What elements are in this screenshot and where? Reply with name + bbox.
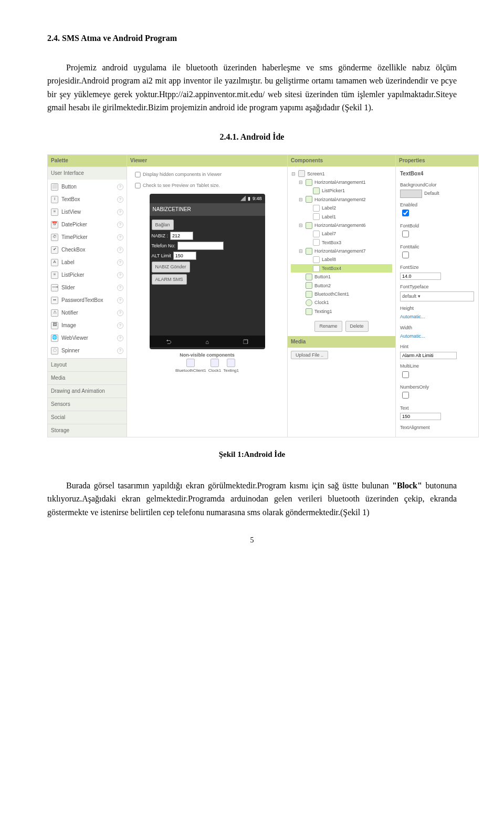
palette-item[interactable]: 📅DatePicker?: [48, 218, 127, 231]
hint-input[interactable]: [400, 352, 457, 359]
components-panel: Components ⊟Screen1⊟HorizontalArrangemen…: [288, 155, 396, 437]
telefon-input[interactable]: [177, 242, 224, 250]
palette-section-ui[interactable]: User Interface: [48, 166, 127, 180]
tree-node-label: Label2: [322, 204, 336, 212]
nonvisible-item[interactable]: Texting1: [223, 359, 239, 374]
help-icon[interactable]: ?: [117, 322, 123, 329]
palette-section[interactable]: Social: [48, 411, 127, 424]
palette-item[interactable]: ⬜Button?: [48, 181, 127, 193]
tree-node[interactable]: Texting1: [291, 307, 392, 316]
nonvisible-item[interactable]: Clock1: [208, 359, 221, 374]
palette-item[interactable]: ≡ListPicker?: [48, 269, 127, 281]
sub-heading: 2.4.1. Android İde: [47, 130, 457, 144]
tree-node[interactable]: Label8: [291, 255, 392, 264]
help-icon[interactable]: ?: [117, 222, 123, 228]
palette-section[interactable]: Drawing and Animation: [48, 384, 127, 398]
palette-item[interactable]: ⚠Notifier?: [48, 307, 127, 319]
help-icon[interactable]: ?: [117, 247, 123, 253]
twisty-icon[interactable]: ⊟: [298, 179, 303, 186]
fontsize-label: FontSize: [400, 264, 474, 271]
fontsize-input[interactable]: [400, 273, 441, 280]
tree-node[interactable]: TextBox3: [291, 238, 392, 247]
fontbold-checkbox[interactable]: [402, 231, 409, 237]
tree-node[interactable]: ListPicker1: [291, 186, 392, 195]
components-tree: ⊟Screen1⊟HorizontalArrangement1ListPicke…: [288, 166, 395, 317]
help-icon[interactable]: ?: [117, 272, 123, 278]
delete-button[interactable]: Delete: [345, 321, 369, 331]
tree-node[interactable]: BluetoothClient1: [291, 290, 392, 298]
tree-node[interactable]: ⊟HorizontalArrangement1: [291, 178, 392, 186]
tree-node[interactable]: Label1: [291, 213, 392, 221]
recent-icon[interactable]: ❐: [242, 338, 249, 345]
tree-node[interactable]: Label7: [291, 229, 392, 238]
help-icon[interactable]: ?: [117, 209, 123, 215]
tree-node[interactable]: Button2: [291, 281, 392, 290]
width-value[interactable]: Automatic...: [400, 332, 474, 340]
palette-item[interactable]: 🌐WebViewer?: [48, 332, 127, 344]
display-hidden-checkbox[interactable]: [135, 172, 140, 177]
palette-section[interactable]: Sensors: [48, 398, 127, 411]
tablet-preview-check: Check to see Preview on Tablet size.: [132, 181, 282, 191]
twisty-icon[interactable]: ⊟: [291, 170, 296, 177]
palette-item[interactable]: ◌Spinner?: [48, 344, 127, 357]
text-input[interactable]: [400, 413, 441, 420]
palette-item[interactable]: ⟿Slider?: [48, 281, 127, 294]
help-icon[interactable]: ?: [117, 259, 123, 266]
upload-file-button[interactable]: Upload File ..: [291, 351, 328, 359]
enabled-checkbox[interactable]: [402, 210, 409, 216]
palette-item[interactable]: ≡ListView?: [48, 206, 127, 218]
tablet-preview-checkbox[interactable]: [135, 183, 140, 188]
tree-node[interactable]: Label2: [291, 204, 392, 212]
property-component-name: TextBox4: [400, 170, 474, 178]
multiline-checkbox[interactable]: [402, 371, 409, 378]
palette-section[interactable]: Layout: [48, 358, 127, 371]
tree-node[interactable]: TextBox4: [291, 264, 392, 273]
palette-item[interactable]: ALabel?: [48, 256, 127, 269]
help-icon[interactable]: ?: [117, 297, 123, 304]
fontitalic-checkbox[interactable]: [402, 252, 409, 258]
tree-node-label: TextBox3: [322, 239, 341, 246]
bgcolor-swatch[interactable]: [400, 190, 422, 198]
webviewer-icon: 🌐: [51, 335, 58, 342]
twisty-icon[interactable]: ⊟: [298, 196, 303, 203]
tree-node[interactable]: Button1: [291, 273, 392, 281]
altlimit-input[interactable]: [173, 252, 196, 260]
help-icon[interactable]: ?: [117, 310, 123, 316]
palette-item[interactable]: ITextBox?: [48, 193, 127, 206]
home-icon[interactable]: ⌂: [203, 338, 211, 345]
back-icon[interactable]: ⮌: [165, 338, 172, 345]
tree-node-label: TextBox4: [322, 265, 341, 272]
palette-item[interactable]: ••PasswordTextBox?: [48, 294, 127, 307]
help-icon[interactable]: ?: [117, 348, 123, 354]
status-time: 9:48: [253, 195, 262, 202]
help-icon[interactable]: ?: [117, 234, 123, 241]
help-icon[interactable]: ?: [117, 335, 123, 341]
palette-section[interactable]: Media: [48, 371, 127, 384]
nonvisible-item[interactable]: BluetoothClient1: [175, 359, 206, 374]
tree-node[interactable]: ⊟HorizontalArrangement2: [291, 195, 392, 204]
baglan-button[interactable]: Bağlan: [152, 220, 174, 230]
tree-node[interactable]: ⊟HorizontalArrangement7: [291, 247, 392, 255]
component-icon: [306, 179, 312, 186]
palette-section[interactable]: Storage: [48, 424, 127, 437]
help-icon[interactable]: ?: [117, 184, 123, 190]
tree-node[interactable]: ⊟Screen1: [291, 170, 392, 178]
twisty-icon[interactable]: ⊟: [298, 222, 303, 229]
palette-item[interactable]: 🖼Image?: [48, 319, 127, 332]
palette-item[interactable]: ⏱TimePicker?: [48, 231, 127, 244]
alarm-button[interactable]: ALARM SMS: [152, 274, 187, 285]
nabiz-input[interactable]: [170, 232, 193, 240]
help-icon[interactable]: ?: [117, 285, 123, 291]
numbers-checkbox[interactable]: [402, 392, 409, 399]
twisty-icon[interactable]: ⊟: [298, 247, 303, 255]
textalign-label: TextAlignment: [400, 424, 474, 431]
height-value[interactable]: Automatic...: [400, 313, 474, 320]
tree-node-label: Label8: [322, 256, 336, 263]
tree-node[interactable]: ⊟HorizontalArrangement6: [291, 221, 392, 229]
tree-node[interactable]: Clock1: [291, 298, 392, 307]
palette-item[interactable]: ✔CheckBox?: [48, 244, 127, 256]
help-icon[interactable]: ?: [117, 196, 123, 203]
rename-button[interactable]: Rename: [314, 321, 342, 331]
typeface-select[interactable]: default ▾: [400, 291, 474, 301]
gonder-button[interactable]: NABIZ Gönder: [152, 262, 190, 272]
